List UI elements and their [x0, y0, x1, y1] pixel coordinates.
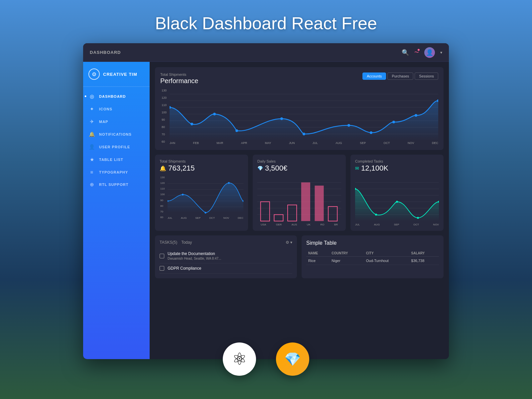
task-card-header: TASKS(5) Today ⚙ ▾	[160, 240, 292, 245]
sidebar-label-typography: TYPOGRAPHY	[99, 170, 128, 174]
tab-purchases[interactable]: Purchases	[387, 72, 413, 80]
table-icon: ★	[88, 157, 95, 163]
activity-icon[interactable]: 〜	[414, 50, 419, 56]
tab-accounts[interactable]: Accounts	[362, 72, 386, 80]
tasks-chart: JUL AUG SEP OCT NOV	[355, 175, 439, 226]
task-checkbox-2[interactable]	[160, 266, 164, 271]
shipments-y-axis: 130 120 110 100 90 80 70 60	[160, 175, 168, 219]
performance-card-header: Total Shipments Performance Accounts Pur…	[160, 72, 438, 85]
svg-point-9	[213, 113, 216, 115]
navbar-right: 🔍 〜 👤 ▾	[402, 47, 442, 58]
react-icon: ⚛	[223, 342, 256, 376]
y-label-100: 100	[162, 111, 168, 114]
task-desc-1: Dwuamish Head, Seattle, WA 8:47...	[168, 257, 221, 260]
sales-value: 💎 3,500€	[257, 164, 341, 173]
svg-rect-38	[315, 186, 324, 221]
performance-tabs: Accounts Purchases Sessions	[362, 72, 438, 80]
navbar: DASHBOARD 🔍 〜 👤 ▾	[83, 43, 449, 62]
y-label-60: 60	[162, 140, 168, 143]
performance-card: Total Shipments Performance Accounts Pur…	[155, 67, 444, 150]
svg-rect-37	[301, 183, 310, 221]
svg-rect-39	[328, 206, 337, 221]
sidebar-item-map[interactable]: ✈ MAP	[83, 115, 150, 128]
sidebar-item-user-profile[interactable]: 👤 USER PROFILE	[83, 141, 150, 153]
x-oct: OCT	[384, 141, 390, 145]
row-salary: $36,738	[409, 257, 439, 265]
shipments-x-axis: JUL AUG SEP OCT NOV DEC	[168, 216, 243, 219]
sidebar-item-dashboard[interactable]: ◎ DASHBOARD	[83, 90, 150, 103]
notifications-icon: 🔔	[88, 131, 95, 137]
performance-title: Performance	[160, 77, 199, 85]
x-axis-labels: JAN FEB MAR APR MAY JUN JUL AUG SEP OCT	[170, 141, 438, 145]
shipments-svg-container: JUL AUG SEP OCT NOV DEC	[168, 175, 243, 219]
tasks-label: TASKS(5)	[160, 240, 177, 245]
tasks-icon: ✉	[355, 166, 359, 171]
dashboard-area: Total Shipments Performance Accounts Pur…	[150, 62, 449, 359]
task-text-1: Update the Documentation	[168, 251, 221, 256]
col-city: CITY	[364, 250, 409, 257]
sidebar-label-rtl: RTL SUPPORT	[99, 183, 128, 187]
tasks-x-axis: JUL AUG SEP OCT NOV	[355, 223, 439, 226]
sidebar-label-icons: ICONS	[99, 107, 112, 111]
y-label-90: 90	[162, 118, 168, 121]
y-label-120: 120	[162, 96, 168, 99]
y-label-130: 130	[162, 89, 168, 92]
sketch-icon: 💎	[276, 342, 309, 376]
icons-icon: ✦	[88, 106, 95, 112]
task-content-2: GDPR Compliance	[168, 266, 201, 271]
sidebar-label-map: MAP	[99, 120, 108, 124]
avatar-chevron[interactable]: ▾	[440, 50, 442, 55]
task-card: TASKS(5) Today ⚙ ▾ Update the Documentat…	[155, 235, 297, 278]
brand-icon: ⚙	[88, 68, 100, 80]
task-text-2: GDPR Compliance	[168, 266, 201, 271]
sidebar-item-icons[interactable]: ✦ ICONS	[83, 103, 150, 115]
svg-point-8	[191, 123, 193, 125]
tasks-gear-icon[interactable]: ⚙ ▾	[286, 240, 292, 245]
sidebar-item-typography[interactable]: ≡ TYPOGRAPHY	[83, 166, 150, 178]
y-label-70: 70	[162, 133, 168, 136]
sidebar-item-table-list[interactable]: ★ TABLE LIST	[83, 153, 150, 166]
svg-point-49	[417, 217, 419, 219]
sales-chart: USA GER AUS UK RO BR	[257, 175, 341, 226]
sales-icon: 💎	[257, 166, 263, 171]
svg-point-48	[396, 201, 398, 203]
sidebar: ⚙ CREATIVE TIM ◎ DASHBOARD ✦ ICONS ✈ MAP	[83, 62, 150, 359]
sidebar-item-rtl[interactable]: ⊕ RTL SUPPORT	[83, 178, 150, 191]
col-country: COUNTRY	[330, 250, 364, 257]
sidebar-item-notifications[interactable]: 🔔 NOTIFICATIONS	[83, 128, 150, 141]
sidebar-nav: ◎ DASHBOARD ✦ ICONS ✈ MAP 🔔 NOTIFICATION…	[83, 87, 150, 194]
svg-point-12	[303, 133, 305, 135]
search-icon[interactable]: 🔍	[402, 49, 409, 56]
task-content-1: Update the Documentation Dwuamish Head, …	[168, 251, 221, 260]
y-axis: 130 120 110 100 90 80 70 60	[160, 87, 170, 145]
tasks-date: Today	[181, 240, 192, 245]
mini-card-tasks: Completed Tasks ✉ 12,100K	[350, 155, 444, 231]
sidebar-label-notifications: NOTIFICATIONS	[99, 132, 132, 136]
table-card: Simple Table NAME COUNTRY CITY SALARY	[302, 235, 444, 278]
task-checkbox-1[interactable]	[160, 254, 164, 258]
sidebar-label-user-profile: USER PROFILE	[99, 145, 130, 149]
dashboard-container: DASHBOARD 🔍 〜 👤 ▾ ⚙ CREATIVE TIM	[83, 43, 449, 359]
performance-chart-wrapper: 130 120 110 100 90 80 70 60	[160, 87, 438, 145]
sales-x-axis: USA GER AUS UK RO BR	[257, 223, 341, 226]
svg-point-16	[415, 114, 417, 117]
map-icon: ✈	[88, 119, 95, 125]
svg-point-13	[347, 124, 350, 127]
tech-icons: ⚛ 💎	[223, 342, 309, 372]
dashboard-icon: ◎	[88, 93, 95, 99]
mini-card-sales: Daily Sales 💎 3,500€	[253, 155, 346, 231]
x-jul: JUL	[313, 141, 318, 145]
y-label-80: 80	[162, 125, 168, 129]
x-jan: JAN	[170, 141, 175, 145]
row-country: Niger	[330, 257, 364, 265]
x-apr: APR	[241, 141, 247, 145]
avatar[interactable]: 👤	[424, 47, 435, 58]
brand-name: CREATIVE TIM	[103, 72, 137, 77]
svg-point-47	[375, 214, 377, 216]
x-may: MAY	[265, 141, 271, 145]
svg-point-15	[392, 121, 395, 123]
tasks-number: 12,100K	[361, 164, 388, 173]
svg-rect-36	[288, 205, 297, 221]
svg-point-25	[204, 212, 206, 213]
tab-sessions[interactable]: Sessions	[415, 72, 438, 80]
